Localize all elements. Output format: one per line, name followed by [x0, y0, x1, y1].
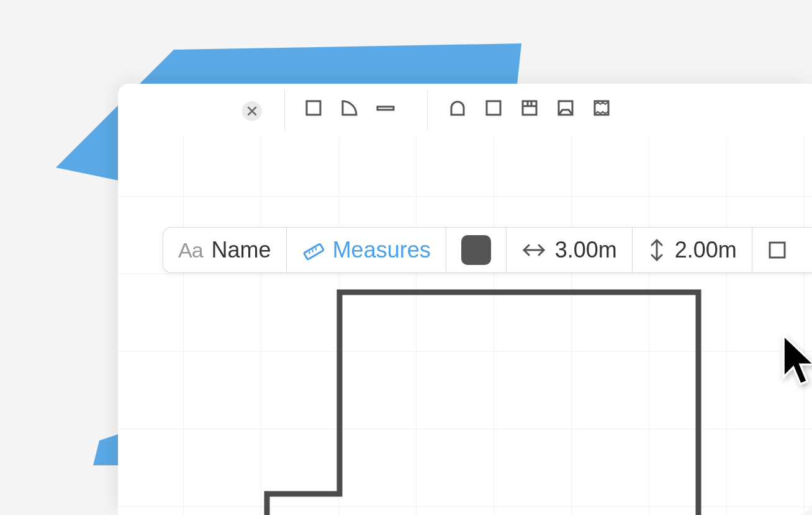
app-stage: Aa Name Measures — [0, 0, 812, 515]
height-value: 2.00m — [675, 237, 737, 263]
close-icon — [246, 105, 258, 117]
square-icon — [305, 99, 322, 117]
tool-group-openings — [448, 99, 611, 117]
square-icon — [767, 240, 787, 260]
properties-bar: Aa Name Measures — [163, 227, 812, 273]
height-field[interactable]: 2.00m — [633, 228, 752, 272]
svg-rect-5 — [377, 107, 394, 110]
rectangle-tool[interactable] — [304, 99, 323, 117]
width-field[interactable]: 3.00m — [507, 228, 633, 272]
frame-icon — [557, 99, 574, 117]
svg-line-15 — [311, 249, 314, 252]
top-toolbar — [118, 84, 812, 137]
window-tool[interactable] — [520, 99, 539, 117]
floorplan-shape[interactable] — [264, 289, 711, 515]
line-tool[interactable] — [376, 99, 395, 117]
width-value: 3.00m — [555, 237, 617, 263]
close-button[interactable] — [242, 101, 262, 121]
toolbar-divider — [284, 90, 285, 131]
hline-icon — [376, 99, 395, 117]
horizontal-arrow-icon — [521, 241, 546, 259]
more-options[interactable] — [752, 228, 812, 272]
svg-line-14 — [308, 251, 310, 254]
svg-rect-7 — [523, 101, 536, 115]
zigzag-icon — [593, 99, 610, 117]
window-icon — [521, 99, 538, 117]
zigzag-tool[interactable] — [592, 99, 611, 117]
measures-label: Measures — [333, 237, 431, 263]
svg-rect-6 — [487, 101, 500, 115]
frame-tool[interactable] — [556, 99, 575, 117]
measures-toggle[interactable]: Measures — [287, 228, 446, 272]
color-picker[interactable] — [446, 228, 507, 272]
ruler-icon — [302, 239, 324, 261]
corner-tool[interactable] — [340, 99, 359, 117]
color-swatch — [461, 235, 491, 265]
square-icon — [485, 99, 502, 117]
canvas[interactable]: Aa Name Measures — [118, 137, 812, 515]
editor-window: Aa Name Measures — [118, 84, 812, 515]
arch-icon — [449, 99, 466, 117]
toolbar-divider — [427, 90, 428, 131]
svg-rect-13 — [304, 244, 323, 259]
name-label: Name — [212, 237, 271, 263]
name-field[interactable]: Aa Name — [163, 228, 287, 272]
svg-line-16 — [315, 248, 317, 250]
text-icon: Aa — [178, 238, 203, 262]
svg-rect-19 — [770, 243, 785, 258]
vertical-arrow-icon — [647, 238, 666, 262]
arch-tool[interactable] — [448, 99, 467, 117]
square-tool[interactable] — [484, 99, 503, 117]
quarter-icon — [341, 99, 358, 117]
tool-group-shapes — [304, 99, 395, 117]
svg-rect-4 — [307, 101, 320, 115]
